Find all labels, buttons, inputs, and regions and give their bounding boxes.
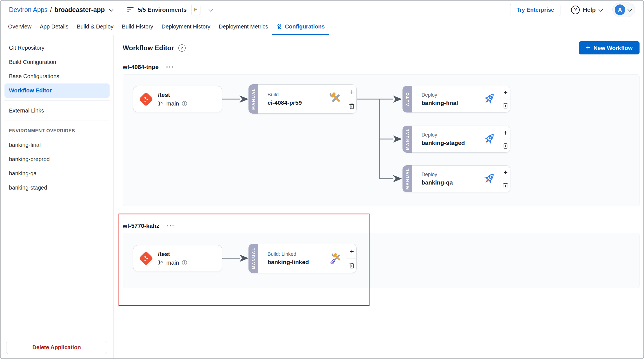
help-question-icon: ? bbox=[571, 6, 580, 14]
trigger-ribbon: MANUAL bbox=[402, 165, 412, 192]
node-type-label: Deploy bbox=[422, 172, 483, 178]
workflow-options-icon[interactable] bbox=[167, 224, 174, 228]
git-icon bbox=[139, 251, 153, 265]
sidebar-divider bbox=[4, 100, 110, 101]
sidebar-item-git-repository[interactable]: Git Repository bbox=[1, 41, 113, 55]
info-icon[interactable] bbox=[182, 260, 187, 265]
config-sidebar: Git Repository Build Configuration Base … bbox=[1, 35, 114, 358]
add-node-button[interactable]: + bbox=[501, 166, 510, 179]
environments-selector[interactable]: 5/5 Environments bbox=[138, 6, 187, 13]
workflow-name: wf-5770-kahz bbox=[123, 222, 159, 229]
workflow-canvas: /test main bbox=[123, 74, 640, 206]
link-icon bbox=[330, 259, 336, 266]
rocket-icon bbox=[483, 172, 496, 186]
app-name: broadcaster-app bbox=[54, 6, 105, 14]
trash-icon bbox=[503, 143, 508, 149]
trigger-ribbon: MANUAL bbox=[248, 84, 258, 114]
delete-node-button[interactable] bbox=[501, 139, 510, 152]
brand-link[interactable]: Devtron Apps bbox=[9, 6, 48, 14]
tab-deployment-history[interactable]: Deployment History bbox=[157, 19, 215, 35]
node-name-label: banking-final bbox=[422, 100, 483, 106]
environments-chevron-down-icon[interactable] bbox=[209, 7, 213, 12]
deploy-node[interactable]: AUTO Deploy banking-final bbox=[402, 86, 510, 113]
node-type-label: Deploy bbox=[422, 92, 483, 98]
linked-build-node[interactable]: MANUAL Build: Linked banking-linked bbox=[248, 244, 357, 273]
avatar: A bbox=[615, 4, 625, 15]
node-name-label: banking-linked bbox=[267, 259, 332, 265]
header-divider bbox=[120, 5, 120, 14]
sidebar-item-build-configuration[interactable]: Build Configuration bbox=[1, 55, 113, 69]
rocket-icon bbox=[483, 92, 496, 106]
node-type-label: Deploy bbox=[422, 132, 483, 138]
git-source-node[interactable]: /test main bbox=[133, 245, 222, 271]
delete-node-button[interactable] bbox=[501, 99, 510, 113]
sidebar-item-base-configurations[interactable]: Base Configurations bbox=[1, 69, 113, 83]
git-icon bbox=[139, 92, 153, 106]
help-chevron-down-icon bbox=[598, 7, 603, 12]
plus-icon: + bbox=[586, 44, 590, 51]
deploy-node[interactable]: MANUAL Deploy banking-qa bbox=[402, 165, 510, 192]
branch-icon bbox=[158, 100, 164, 106]
git-path-label: /test bbox=[158, 92, 187, 98]
workflow-options-icon[interactable] bbox=[166, 65, 174, 70]
app-tabbar: Overview App Details Build & Deploy Buil… bbox=[1, 19, 643, 35]
tab-build-deploy[interactable]: Build & Deploy bbox=[73, 19, 118, 35]
add-node-button[interactable]: + bbox=[501, 86, 510, 99]
new-workflow-button[interactable]: + New Workflow bbox=[579, 41, 640, 54]
delete-node-button[interactable] bbox=[347, 259, 356, 273]
workflow-canvas: /test main bbox=[123, 233, 640, 288]
sliders-icon bbox=[276, 24, 282, 30]
user-menu[interactable]: A bbox=[612, 3, 635, 17]
add-node-button[interactable]: + bbox=[347, 85, 356, 99]
tab-build-history[interactable]: Build History bbox=[118, 19, 157, 35]
workflow-editor-pane: Workflow Editor ? + New Workflow wf-4084… bbox=[114, 35, 643, 358]
user-chevron-down-icon bbox=[628, 7, 632, 12]
node-name-label: banking-staged bbox=[422, 140, 483, 146]
add-node-button[interactable]: + bbox=[347, 244, 356, 259]
workflow-name: wf-4084-tnpe bbox=[123, 64, 158, 70]
tab-configurations[interactable]: Configurations bbox=[272, 19, 329, 35]
trash-icon bbox=[503, 102, 508, 109]
page-title: Workflow Editor bbox=[123, 44, 174, 52]
app-window: Devtron Apps / broadcaster-app 5/5 Envir… bbox=[0, 0, 644, 359]
sidebar-divider bbox=[4, 121, 110, 121]
app-switcher-chevron-down-icon[interactable] bbox=[109, 7, 113, 12]
trigger-ribbon: MANUAL bbox=[402, 126, 412, 153]
environments-f-badge[interactable]: F bbox=[191, 5, 200, 15]
delete-application-button[interactable]: Delete Application bbox=[6, 341, 107, 354]
sidebar-item-banking-preprod[interactable]: banking-preprod bbox=[1, 152, 113, 166]
trash-icon bbox=[349, 103, 355, 109]
trash-icon bbox=[503, 182, 508, 189]
build-node[interactable]: MANUAL Build ci-4084-pr59 bbox=[248, 84, 357, 114]
info-icon[interactable] bbox=[182, 101, 187, 106]
git-path-label: /test bbox=[158, 251, 187, 257]
help-tooltip-icon[interactable]: ? bbox=[178, 44, 186, 52]
environment-overrides-heading: ENVIRONMENT OVERRIDES bbox=[1, 124, 113, 138]
tab-overview[interactable]: Overview bbox=[4, 19, 35, 35]
help-menu[interactable]: ? Help bbox=[571, 6, 602, 14]
build-tools-icon bbox=[330, 92, 342, 106]
delete-node-button[interactable] bbox=[501, 179, 510, 192]
git-branch-label: main bbox=[166, 259, 179, 266]
tab-deployment-metrics[interactable]: Deployment Metrics bbox=[215, 19, 273, 35]
help-label: Help bbox=[583, 6, 596, 13]
filter-icon bbox=[127, 7, 134, 12]
sidebar-item-banking-final[interactable]: banking-final bbox=[1, 138, 113, 152]
try-enterprise-button[interactable]: Try Enterprise bbox=[510, 4, 561, 16]
sidebar-item-workflow-editor[interactable]: Workflow Editor bbox=[4, 83, 110, 98]
sidebar-item-banking-staged[interactable]: banking-staged bbox=[1, 181, 113, 195]
trigger-ribbon: MANUAL bbox=[248, 244, 258, 273]
sidebar-item-external-links[interactable]: External Links bbox=[1, 104, 113, 118]
tab-app-details[interactable]: App Details bbox=[35, 19, 72, 35]
deploy-node[interactable]: MANUAL Deploy banking-staged bbox=[402, 126, 510, 153]
add-node-button[interactable]: + bbox=[501, 126, 510, 139]
trash-icon bbox=[349, 262, 355, 269]
git-source-node[interactable]: /test main bbox=[133, 86, 222, 112]
sidebar-item-banking-qa[interactable]: banking-qa bbox=[1, 166, 113, 181]
breadcrumb-separator: / bbox=[50, 6, 52, 14]
git-branch-label: main bbox=[166, 100, 179, 107]
node-name-label: banking-qa bbox=[422, 179, 483, 186]
delete-node-button[interactable] bbox=[347, 99, 356, 113]
top-header: Devtron Apps / broadcaster-app 5/5 Envir… bbox=[1, 1, 643, 19]
rocket-icon bbox=[483, 132, 496, 146]
